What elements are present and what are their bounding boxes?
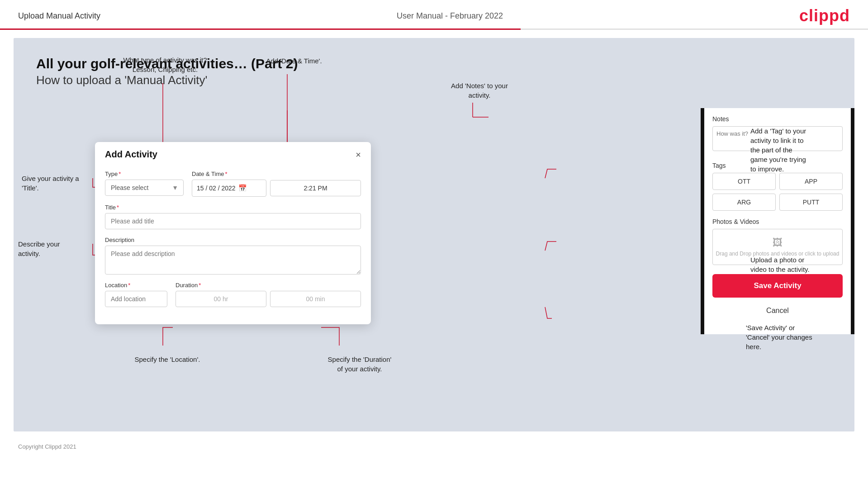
calendar-icon: 📅 [238, 184, 247, 192]
duration-label: Duration* [175, 282, 361, 289]
tags-grid: OTT APP ARG PUTT [712, 173, 843, 211]
location-label: Location* [105, 282, 167, 289]
description-group: Description [105, 237, 361, 275]
add-activity-dialog: Add Activity × Type* Please select ▼ [95, 142, 371, 324]
manual-title: User Manual - February 2022 [397, 11, 503, 21]
date-input[interactable]: 15 / 02 / 2022 📅 [192, 180, 266, 197]
datetime-label: Date & Time* [192, 171, 361, 177]
ann-tag: Add a 'Tag' to your activity to link it … [750, 126, 841, 174]
photos-label: Photos & Videos [712, 218, 843, 225]
date-value: 15 / 02 / 2022 [197, 185, 236, 192]
copyright: Copyright Clippd 2021 [18, 443, 76, 450]
ann-notes: Add 'Notes' to your activity. [439, 81, 520, 100]
logo: clippd [799, 6, 850, 25]
type-datetime-row: Type* Please select ▼ Date & Time* [105, 171, 361, 197]
dialog-title: Add Activity [105, 149, 157, 160]
ann-save: 'Save Activity' or 'Cancel' your changes… [746, 323, 841, 351]
description-input[interactable] [105, 246, 361, 275]
location-duration-row: Location* Duration* [105, 282, 361, 307]
location-group: Location* [105, 282, 167, 307]
ann-activity-type: What type of activity was it? Lesson, Ch… [113, 55, 217, 74]
tag-putt[interactable]: PUTT [779, 194, 843, 211]
ann-location: Specify the 'Location'. [122, 355, 213, 364]
image-icon: 🖼 [773, 237, 783, 249]
type-select-wrapper: Please select ▼ [105, 180, 184, 196]
tag-arg[interactable]: ARG [712, 194, 776, 211]
title-label: Title* [105, 204, 361, 211]
footer: Copyright Clippd 2021 [0, 440, 868, 454]
type-label: Type* [105, 171, 184, 177]
duration-hr-input[interactable] [175, 291, 266, 307]
type-group: Type* Please select ▼ [105, 171, 184, 197]
dialog-body: Type* Please select ▼ Date & Time* [95, 165, 371, 324]
ann-description: Describe your activity. [18, 239, 88, 258]
notes-label: Notes [712, 115, 843, 123]
date-time-group: 15 / 02 / 2022 📅 [192, 180, 361, 197]
time-input[interactable] [270, 180, 361, 196]
ann-title: Give your activity a 'Title'. [22, 174, 92, 193]
main-subheading: How to upload a 'Manual Activity' [36, 73, 832, 87]
type-select[interactable]: Please select [105, 180, 184, 196]
ann-photo: Upload a photo or video to the activity. [750, 255, 841, 274]
duration-inputs [175, 291, 361, 307]
title-group: Title* [105, 204, 361, 229]
datetime-group: Date & Time* 15 / 02 / 2022 📅 [192, 171, 361, 197]
ann-duration: Specify the 'Duration' of your activity. [303, 355, 416, 374]
title-input[interactable] [105, 213, 361, 229]
top-bar: Upload Manual Activity User Manual - Feb… [0, 0, 868, 30]
ann-date-time: Add 'Date & Time'. [253, 56, 335, 66]
page-title: Upload Manual Activity [18, 11, 100, 21]
close-button[interactable]: × [356, 150, 361, 159]
duration-min-input[interactable] [270, 291, 361, 307]
dialog-header: Add Activity × [95, 142, 371, 165]
location-input[interactable] [105, 291, 167, 307]
tag-app[interactable]: APP [779, 173, 843, 190]
description-label: Description [105, 237, 361, 243]
duration-group: Duration* [175, 282, 361, 307]
cancel-button[interactable]: Cancel [704, 302, 851, 321]
tag-ott[interactable]: OTT [712, 173, 776, 190]
main-content: All your golf-relevant activities… (Part… [14, 38, 854, 431]
save-activity-button[interactable]: Save Activity [712, 274, 843, 298]
